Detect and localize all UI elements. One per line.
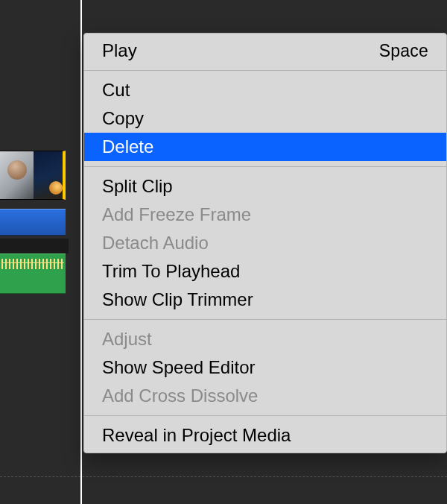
menu-item-play[interactable]: Play Space <box>84 37 446 65</box>
timeline-guide <box>0 476 447 477</box>
menu-item-label: Cut <box>102 79 130 101</box>
menu-item-copy[interactable]: Copy <box>84 104 446 133</box>
context-menu: Play Space Cut Copy Delete Split Clip Ad… <box>83 33 447 453</box>
track-gap <box>0 239 69 253</box>
menu-item-label: Split Clip <box>102 175 173 198</box>
menu-item-delete[interactable]: Delete <box>84 133 446 161</box>
menu-item-add-freeze-frame: Add Freeze Frame <box>84 201 446 229</box>
menu-item-label: Play <box>102 40 137 62</box>
audio-clip[interactable] <box>0 253 66 294</box>
menu-item-label: Show Speed Editor <box>102 356 255 379</box>
menu-separator <box>84 319 446 320</box>
menu-item-label: Reveal in Project Media <box>102 424 291 447</box>
menu-item-label: Add Cross Dissolve <box>102 385 258 407</box>
menu-item-cut[interactable]: Cut <box>84 76 446 104</box>
menu-separator <box>84 415 446 416</box>
menu-item-show-clip-trimmer[interactable]: Show Clip Trimmer <box>84 286 446 314</box>
menu-item-label: Copy <box>102 107 144 130</box>
menu-item-add-cross-dissolve: Add Cross Dissolve <box>84 382 446 410</box>
menu-item-adjust: Adjust <box>84 325 446 353</box>
menu-item-label: Add Freeze Frame <box>102 204 251 226</box>
menu-item-label: Adjust <box>102 328 152 350</box>
clip-thumbnail-icon <box>0 151 34 199</box>
clip-audio-lane[interactable] <box>0 209 66 236</box>
menu-item-reveal-in-project-media[interactable]: Reveal in Project Media <box>84 421 446 450</box>
menu-item-shortcut: Space <box>379 40 428 62</box>
menu-item-label: Detach Audio <box>102 232 209 254</box>
menu-item-label: Show Clip Trimmer <box>102 289 253 311</box>
menu-item-trim-to-playhead[interactable]: Trim To Playhead <box>84 257 446 286</box>
menu-separator <box>84 166 446 167</box>
menu-item-label: Delete <box>102 136 153 158</box>
timeline-area: Play Space Cut Copy Delete Split Clip Ad… <box>0 0 447 504</box>
audio-waveform-icon <box>1 259 64 269</box>
menu-item-show-speed-editor[interactable]: Show Speed Editor <box>84 353 446 382</box>
video-clip[interactable] <box>0 151 66 200</box>
menu-separator <box>84 70 446 71</box>
menu-item-split-clip[interactable]: Split Clip <box>84 172 446 201</box>
clip-thumbnail-icon <box>34 151 66 199</box>
playhead[interactable] <box>80 0 82 504</box>
menu-item-label: Trim To Playhead <box>102 260 240 283</box>
menu-item-detach-audio: Detach Audio <box>84 229 446 257</box>
